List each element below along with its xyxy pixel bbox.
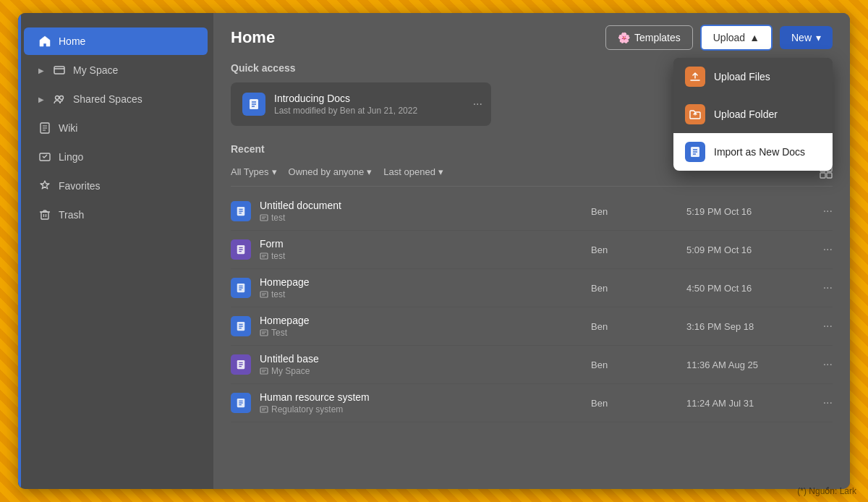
upload-files-icon — [685, 67, 705, 87]
svg-rect-10 — [827, 173, 832, 178]
filter-all-types[interactable]: All Types ▾ — [231, 163, 277, 180]
row-doc-name: Form — [260, 238, 582, 250]
filter-last-opened[interactable]: Last opened ▾ — [383, 163, 443, 180]
row-doc-location: Test — [260, 328, 582, 338]
quick-access-card[interactable]: Introducing Docs Last modified by Ben at… — [231, 82, 491, 126]
sidebar-item-favorites[interactable]: Favorites — [24, 172, 208, 200]
row-more-button[interactable]: ··· — [811, 205, 833, 218]
table-row[interactable]: Homepage test Ben 4:50 PM Oct 16 ··· — [231, 269, 833, 307]
sidebar-item-lingo[interactable]: Lingo — [24, 143, 208, 171]
svg-rect-9 — [820, 173, 825, 178]
my-space-icon — [53, 64, 66, 77]
main-content: Home 🌸 Templates Upload ▲ New ▾ Quick ac… — [213, 13, 850, 489]
app-window: Home ▶ My Space ▶ — [18, 13, 850, 489]
sidebar-item-home[interactable]: Home — [24, 27, 208, 55]
row-owner: Ben — [591, 206, 678, 217]
sidebar-item-wiki[interactable]: Wiki — [24, 114, 208, 142]
svg-rect-12 — [260, 215, 268, 221]
templates-emoji: 🌸 — [618, 32, 630, 43]
page-title: Home — [231, 28, 275, 47]
upload-chevron-icon: ▲ — [749, 32, 760, 43]
location-icon — [260, 367, 268, 375]
table-row[interactable]: Human resource system Regulatory system … — [231, 384, 833, 422]
sidebar-shared-spaces-label: Shared Spaces — [73, 93, 142, 105]
filter-owned[interactable]: Owned by anyone ▾ — [289, 163, 373, 180]
dropdown-upload-folder[interactable]: Upload Folder — [673, 95, 833, 133]
svg-rect-16 — [260, 292, 268, 297]
svg-rect-5 — [41, 212, 48, 219]
row-doc-name: Homepage — [260, 315, 582, 326]
row-time: 3:16 PM Sep 18 — [686, 321, 802, 332]
row-doc-details: Homepage Test — [260, 315, 582, 338]
svg-rect-0 — [54, 67, 64, 74]
new-button[interactable]: New ▾ — [780, 26, 833, 49]
new-chevron-icon: ▾ — [816, 32, 821, 43]
lingo-icon — [38, 150, 51, 163]
table-row[interactable]: Homepage Test Ben 3:16 PM Sep 18 ··· — [231, 307, 833, 346]
row-doc-icon — [231, 354, 251, 375]
trash-icon — [38, 208, 51, 221]
filter-owned-chevron-icon: ▾ — [367, 166, 372, 177]
upload-button[interactable]: Upload ▲ — [700, 25, 773, 51]
sidebar-item-trash[interactable]: Trash — [24, 201, 208, 229]
row-time: 4:50 PM Oct 16 — [686, 283, 802, 294]
row-doc-details: Homepage test — [260, 276, 582, 299]
location-icon — [260, 252, 268, 260]
row-more-button[interactable]: ··· — [811, 396, 833, 409]
sidebar-item-shared-spaces[interactable]: ▶ Shared Spaces — [24, 85, 208, 113]
row-doc-icon — [231, 201, 251, 221]
location-icon — [260, 213, 268, 222]
attribution: (*) Nguồn: Lark — [797, 486, 856, 496]
svg-rect-20 — [260, 368, 268, 374]
filter-chevron-icon: ▾ — [272, 166, 277, 177]
row-doc-details: Form test — [260, 238, 582, 261]
sidebar-home-label: Home — [59, 35, 85, 47]
chevron-icon: ▶ — [38, 95, 44, 103]
home-icon — [38, 35, 51, 48]
row-doc-name: Homepage — [260, 276, 582, 288]
table-row[interactable]: Untitled base My Space Ben 11:36 AM Aug … — [231, 346, 833, 384]
sidebar-wiki-label: Wiki — [59, 122, 77, 134]
table-row[interactable]: Untitled document test Ben 5:19 PM Oct 1… — [231, 192, 833, 231]
quick-access-doc-meta: Last modified by Ben at Jun 21, 2022 — [274, 106, 417, 116]
recent-rows-container: Untitled document test Ben 5:19 PM Oct 1… — [231, 192, 833, 422]
chevron-icon: ▶ — [38, 67, 44, 75]
quick-access-doc-name: Introducing Docs — [274, 93, 417, 104]
dropdown-upload-files[interactable]: Upload Files — [673, 58, 833, 95]
svg-point-2 — [60, 96, 64, 100]
svg-point-1 — [56, 96, 59, 100]
sidebar-item-my-space[interactable]: ▶ My Space — [24, 56, 208, 84]
row-time: 11:24 AM Jul 31 — [686, 398, 802, 409]
row-doc-location: Regulatory system — [260, 404, 582, 414]
upload-dropdown-menu: Upload Files Upload Folder — [673, 58, 833, 171]
filter-last-opened-chevron-icon: ▾ — [438, 166, 443, 177]
quick-access-doc-icon — [242, 93, 265, 116]
row-doc-location: test — [260, 251, 582, 261]
row-more-button[interactable]: ··· — [811, 281, 833, 294]
row-owner: Ben — [591, 244, 678, 255]
header: Home 🌸 Templates Upload ▲ New ▾ — [213, 13, 850, 62]
row-doc-details: Untitled base My Space — [260, 353, 582, 376]
sidebar: Home ▶ My Space ▶ — [18, 13, 213, 489]
dropdown-import-new-docs[interactable]: Import as New Docs — [673, 133, 833, 171]
row-more-button[interactable]: ··· — [811, 243, 833, 256]
row-doc-icon — [231, 278, 251, 298]
quick-access-more-button[interactable]: ··· — [473, 98, 482, 111]
templates-button[interactable]: 🌸 Templates — [605, 25, 693, 50]
table-row[interactable]: Form test Ben 5:09 PM Oct 16 ··· — [231, 231, 833, 269]
sidebar-trash-label: Trash — [59, 209, 84, 221]
row-owner: Ben — [591, 283, 678, 294]
row-more-button[interactable]: ··· — [811, 320, 833, 333]
import-docs-icon — [685, 142, 705, 162]
row-owner: Ben — [591, 321, 678, 332]
row-doc-name: Untitled base — [260, 353, 582, 365]
row-doc-name: Untitled document — [260, 200, 582, 211]
row-doc-icon — [231, 316, 251, 336]
svg-rect-14 — [260, 253, 268, 259]
row-doc-icon — [231, 239, 251, 260]
row-doc-location: My Space — [260, 366, 582, 376]
shared-spaces-icon — [53, 93, 66, 106]
row-more-button[interactable]: ··· — [811, 358, 833, 371]
row-time: 11:36 AM Aug 25 — [686, 360, 802, 370]
upload-files-label: Upload Files — [714, 71, 770, 82]
